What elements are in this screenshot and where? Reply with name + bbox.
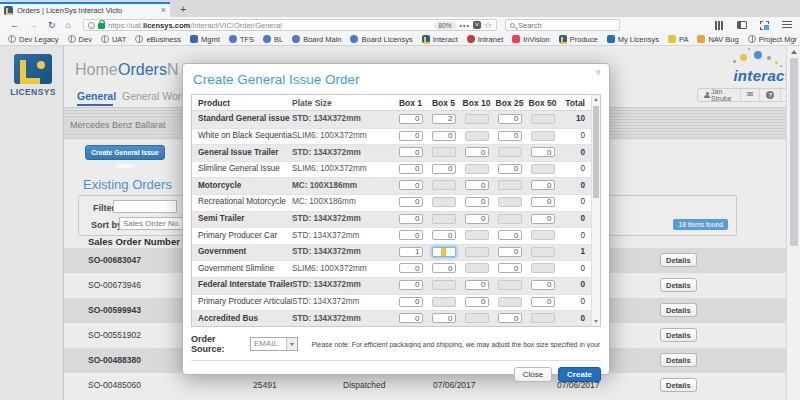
box-1-input[interactable] — [399, 164, 423, 174]
box-50-input[interactable] — [531, 280, 555, 290]
details-button[interactable]: Details — [660, 253, 697, 267]
scrollbar-thumb[interactable] — [790, 58, 798, 246]
bookmark-item[interactable]: eBusiness — [135, 35, 181, 44]
box-1-input[interactable] — [399, 297, 423, 307]
box-5-input[interactable] — [432, 280, 456, 290]
page-actions-icon[interactable]: ••• — [460, 22, 470, 29]
bookmark-item[interactable]: TFS — [229, 35, 254, 44]
box-10-input[interactable] — [465, 280, 489, 290]
box-10-input[interactable] — [465, 297, 489, 307]
nav-next-link[interactable]: N — [167, 61, 179, 79]
box-50-input[interactable] — [531, 114, 555, 124]
url-bar[interactable]: i https://uat.licensys.com/Interact/VIC/… — [83, 19, 497, 31]
box-10-input[interactable] — [465, 313, 489, 323]
reload-icon[interactable]: ↻ — [48, 17, 56, 33]
box-25-input[interactable] — [498, 197, 522, 207]
box-1-input[interactable] — [399, 313, 423, 323]
scroll-down-icon[interactable] — [594, 320, 598, 323]
box-5-input[interactable] — [432, 313, 456, 323]
box-50-input[interactable] — [531, 313, 555, 323]
bookmark-item[interactable]: UAT — [101, 35, 126, 44]
new-tab-button[interactable]: + — [180, 2, 186, 17]
box-25-input[interactable] — [498, 280, 522, 290]
bookmark-item[interactable]: Board Main — [292, 35, 341, 44]
tab-close-icon[interactable]: × — [161, 6, 166, 15]
bookmark-item[interactable]: PA — [668, 35, 688, 44]
bookmark-item[interactable]: Board Licensys — [350, 35, 412, 44]
close-button[interactable]: Close — [514, 367, 552, 382]
back-icon[interactable]: ← — [10, 17, 19, 33]
user-menu-button[interactable]: Jan Strube — [698, 89, 741, 101]
home-icon[interactable]: ⌂ — [66, 17, 71, 33]
box-1-input[interactable] — [399, 131, 423, 141]
box-1-input[interactable] — [399, 180, 423, 190]
bookmark-item[interactable]: Produce — [559, 35, 598, 44]
sidebar-icon[interactable] — [737, 21, 747, 29]
box-25-input[interactable] — [498, 313, 522, 323]
box-5-input[interactable] — [432, 197, 456, 207]
box-25-input[interactable] — [498, 164, 522, 174]
box-5-input[interactable] — [432, 247, 456, 257]
bookmark-item[interactable]: InVision — [512, 35, 550, 44]
search-box[interactable] — [505, 19, 620, 31]
scrollbar-thumb[interactable] — [593, 106, 599, 198]
details-button[interactable]: Details — [660, 378, 697, 392]
box-10-input[interactable] — [465, 164, 489, 174]
box-1-input[interactable] — [399, 263, 423, 273]
box-5-input[interactable] — [432, 230, 456, 240]
box-25-input[interactable] — [498, 114, 522, 124]
box-25-input[interactable] — [498, 147, 522, 157]
site-info-icon[interactable]: i — [88, 22, 95, 29]
bookmark-item[interactable]: Dev — [68, 35, 92, 44]
box-10-input[interactable] — [465, 214, 489, 224]
scroll-up-icon[interactable] — [594, 98, 598, 101]
box-5-input[interactable] — [432, 263, 456, 273]
order-source-select[interactable]: EMAIL — [250, 337, 299, 351]
box-50-input[interactable] — [531, 164, 555, 174]
tab-general[interactable]: General — [77, 90, 116, 102]
sort-select[interactable]: Sales Order No. — [119, 217, 183, 230]
bookmark-item[interactable]: Dev Legacy — [8, 35, 59, 44]
box-10-input[interactable] — [465, 131, 489, 141]
box-25-input[interactable] — [498, 263, 522, 273]
box-5-input[interactable] — [432, 114, 456, 124]
box-5-input[interactable] — [432, 297, 456, 307]
create-button[interactable]: Create — [558, 367, 601, 382]
scroll-up-icon[interactable] — [791, 50, 797, 54]
bookmark-item[interactable]: Intranet — [467, 35, 503, 44]
nav-home-link[interactable]: Home — [75, 61, 118, 79]
box-10-input[interactable] — [465, 263, 489, 273]
browser-tab[interactable]: Orders | LicenSys Interact Victo × — [0, 2, 170, 17]
box-50-input[interactable] — [531, 247, 555, 257]
bookmark-item[interactable]: Interact — [422, 35, 458, 44]
box-5-input[interactable] — [432, 147, 456, 157]
bookmark-item[interactable]: BL — [263, 35, 283, 44]
zoom-level-badge[interactable]: 80% — [434, 21, 457, 30]
box-5-input[interactable] — [432, 214, 456, 224]
box-25-input[interactable] — [498, 214, 522, 224]
box-5-input[interactable] — [432, 164, 456, 174]
box-10-input[interactable] — [465, 230, 489, 240]
bookmark-item[interactable]: My Licensys — [607, 35, 659, 44]
bookmark-item[interactable]: Project Mgr — [748, 35, 797, 44]
box-1-input[interactable] — [399, 197, 423, 207]
box-10-input[interactable] — [465, 147, 489, 157]
box-50-input[interactable] — [531, 230, 555, 240]
box-25-input[interactable] — [498, 247, 522, 257]
box-50-input[interactable] — [531, 180, 555, 190]
box-5-input[interactable] — [432, 131, 456, 141]
filter-input[interactable] — [113, 200, 177, 213]
screenshot-icon[interactable] — [760, 21, 769, 30]
box-25-input[interactable] — [498, 131, 522, 141]
box-10-input[interactable] — [465, 180, 489, 190]
box-25-input[interactable] — [498, 297, 522, 307]
box-5-input[interactable] — [432, 180, 456, 190]
box-1-input[interactable] — [399, 147, 423, 157]
box-1-input[interactable] — [399, 114, 423, 124]
box-10-input[interactable] — [465, 247, 489, 257]
box-10-input[interactable] — [465, 197, 489, 207]
library-icon[interactable] — [715, 21, 724, 30]
menu-icon[interactable] — [782, 21, 792, 29]
bookmark-item[interactable]: NAV Bug — [697, 35, 738, 44]
box-10-input[interactable] — [465, 114, 489, 124]
